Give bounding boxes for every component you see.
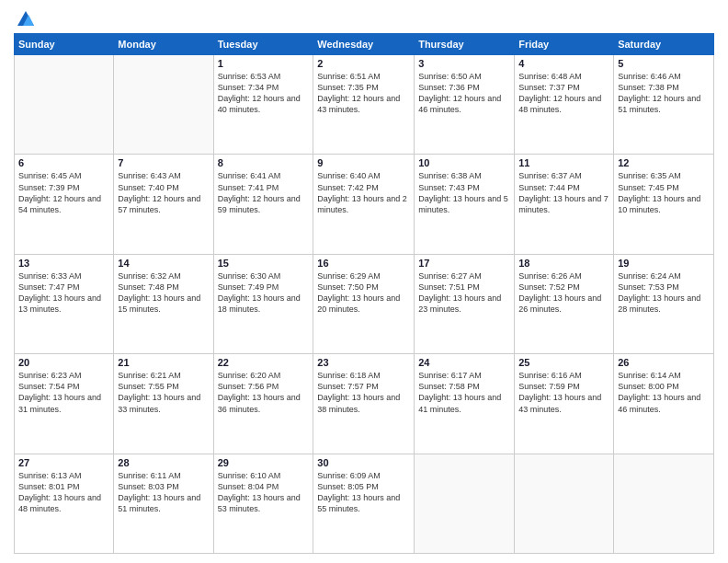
day-number: 14 (118, 258, 209, 269)
day-number: 22 (218, 357, 310, 368)
day-info: Sunrise: 6:37 AM Sunset: 7:44 PM Dayligh… (518, 170, 609, 215)
day-number: 4 (518, 58, 609, 69)
calendar-cell: 22Sunrise: 6:20 AM Sunset: 7:56 PM Dayli… (213, 354, 313, 454)
calendar-cell: 6Sunrise: 6:45 AM Sunset: 7:39 PM Daylig… (15, 155, 114, 254)
calendar-week-row: 20Sunrise: 6:23 AM Sunset: 7:54 PM Dayli… (15, 354, 714, 454)
calendar-day-header: Wednesday (313, 34, 415, 55)
day-info: Sunrise: 6:43 AM Sunset: 7:40 PM Dayligh… (118, 170, 209, 215)
calendar-cell: 5Sunrise: 6:46 AM Sunset: 7:38 PM Daylig… (614, 55, 714, 155)
day-number: 9 (317, 157, 410, 168)
day-number: 18 (518, 258, 609, 269)
calendar-cell: 21Sunrise: 6:21 AM Sunset: 7:55 PM Dayli… (114, 354, 213, 454)
calendar-cell: 27Sunrise: 6:13 AM Sunset: 8:01 PM Dayli… (15, 454, 114, 553)
calendar-week-row: 1Sunrise: 6:53 AM Sunset: 7:34 PM Daylig… (15, 55, 714, 155)
calendar-cell: 26Sunrise: 6:14 AM Sunset: 8:00 PM Dayli… (614, 354, 714, 454)
day-number: 25 (518, 357, 609, 368)
day-info: Sunrise: 6:13 AM Sunset: 8:01 PM Dayligh… (18, 470, 109, 515)
day-info: Sunrise: 6:14 AM Sunset: 8:00 PM Dayligh… (618, 370, 710, 415)
calendar-cell: 19Sunrise: 6:24 AM Sunset: 7:53 PM Dayli… (614, 254, 714, 353)
day-number: 27 (18, 457, 109, 468)
day-info: Sunrise: 6:45 AM Sunset: 7:39 PM Dayligh… (18, 170, 109, 215)
day-info: Sunrise: 6:38 AM Sunset: 7:43 PM Dayligh… (418, 170, 510, 215)
day-number: 8 (218, 157, 310, 168)
calendar-cell: 2Sunrise: 6:51 AM Sunset: 7:35 PM Daylig… (313, 55, 415, 155)
day-number: 6 (18, 157, 109, 168)
day-info: Sunrise: 6:18 AM Sunset: 7:57 PM Dayligh… (317, 370, 410, 415)
calendar-cell: 23Sunrise: 6:18 AM Sunset: 7:57 PM Dayli… (313, 354, 415, 454)
day-number: 7 (118, 157, 209, 168)
calendar-cell: 28Sunrise: 6:11 AM Sunset: 8:03 PM Dayli… (114, 454, 213, 553)
calendar-cell: 1Sunrise: 6:53 AM Sunset: 7:34 PM Daylig… (213, 55, 313, 155)
day-info: Sunrise: 6:33 AM Sunset: 7:47 PM Dayligh… (18, 270, 109, 316)
day-info: Sunrise: 6:50 AM Sunset: 7:36 PM Dayligh… (418, 71, 510, 116)
calendar-day-header: Monday (114, 34, 213, 55)
day-info: Sunrise: 6:24 AM Sunset: 7:53 PM Dayligh… (618, 270, 710, 316)
page: SundayMondayTuesdayWednesdayThursdayFrid… (0, 0, 728, 563)
day-number: 26 (618, 357, 710, 368)
day-info: Sunrise: 6:29 AM Sunset: 7:50 PM Dayligh… (317, 270, 410, 316)
calendar-cell: 16Sunrise: 6:29 AM Sunset: 7:50 PM Dayli… (313, 254, 415, 353)
day-info: Sunrise: 6:20 AM Sunset: 7:56 PM Dayligh… (218, 370, 310, 415)
day-info: Sunrise: 6:23 AM Sunset: 7:54 PM Dayligh… (18, 370, 109, 415)
calendar-cell (15, 55, 114, 155)
calendar-cell: 13Sunrise: 6:33 AM Sunset: 7:47 PM Dayli… (15, 254, 114, 353)
day-info: Sunrise: 6:32 AM Sunset: 7:48 PM Dayligh… (118, 270, 209, 316)
day-number: 13 (18, 258, 109, 269)
calendar-week-row: 27Sunrise: 6:13 AM Sunset: 8:01 PM Dayli… (15, 454, 714, 553)
day-number: 28 (118, 457, 209, 468)
day-number: 30 (317, 457, 410, 468)
day-info: Sunrise: 6:26 AM Sunset: 7:52 PM Dayligh… (518, 270, 609, 316)
day-number: 3 (418, 58, 510, 69)
day-number: 20 (18, 357, 109, 368)
calendar-table: SundayMondayTuesdayWednesdayThursdayFrid… (14, 33, 714, 554)
day-info: Sunrise: 6:21 AM Sunset: 7:55 PM Dayligh… (118, 370, 209, 415)
day-info: Sunrise: 6:17 AM Sunset: 7:58 PM Dayligh… (418, 370, 510, 415)
day-number: 19 (618, 258, 710, 269)
logo (14, 9, 36, 26)
calendar-cell: 18Sunrise: 6:26 AM Sunset: 7:52 PM Dayli… (515, 254, 614, 353)
calendar-cell: 3Sunrise: 6:50 AM Sunset: 7:36 PM Daylig… (415, 55, 515, 155)
calendar-cell: 11Sunrise: 6:37 AM Sunset: 7:44 PM Dayli… (515, 155, 614, 254)
day-info: Sunrise: 6:16 AM Sunset: 7:59 PM Dayligh… (518, 370, 609, 415)
day-info: Sunrise: 6:35 AM Sunset: 7:45 PM Dayligh… (618, 170, 710, 215)
day-info: Sunrise: 6:11 AM Sunset: 8:03 PM Dayligh… (118, 470, 209, 515)
calendar-cell: 8Sunrise: 6:41 AM Sunset: 7:41 PM Daylig… (213, 155, 313, 254)
day-number: 12 (618, 157, 710, 168)
day-info: Sunrise: 6:40 AM Sunset: 7:42 PM Dayligh… (317, 170, 410, 215)
day-info: Sunrise: 6:51 AM Sunset: 7:35 PM Dayligh… (317, 71, 410, 116)
day-info: Sunrise: 6:46 AM Sunset: 7:38 PM Dayligh… (618, 71, 710, 116)
day-info: Sunrise: 6:53 AM Sunset: 7:34 PM Dayligh… (218, 71, 310, 116)
calendar-cell: 25Sunrise: 6:16 AM Sunset: 7:59 PM Dayli… (515, 354, 614, 454)
day-number: 10 (418, 157, 510, 168)
day-number: 17 (418, 258, 510, 269)
logo-icon (16, 9, 36, 29)
day-number: 24 (418, 357, 510, 368)
calendar-cell: 9Sunrise: 6:40 AM Sunset: 7:42 PM Daylig… (313, 155, 415, 254)
calendar-cell (415, 454, 515, 553)
day-info: Sunrise: 6:09 AM Sunset: 8:05 PM Dayligh… (317, 470, 410, 515)
calendar-cell: 12Sunrise: 6:35 AM Sunset: 7:45 PM Dayli… (614, 155, 714, 254)
day-number: 16 (317, 258, 410, 269)
calendar-cell (614, 454, 714, 553)
day-number: 15 (218, 258, 310, 269)
calendar-cell: 24Sunrise: 6:17 AM Sunset: 7:58 PM Dayli… (415, 354, 515, 454)
day-info: Sunrise: 6:27 AM Sunset: 7:51 PM Dayligh… (418, 270, 510, 316)
header (14, 9, 714, 26)
day-info: Sunrise: 6:48 AM Sunset: 7:37 PM Dayligh… (518, 71, 609, 116)
calendar-day-header: Friday (515, 34, 614, 55)
day-number: 29 (218, 457, 310, 468)
day-number: 5 (618, 58, 710, 69)
day-info: Sunrise: 6:10 AM Sunset: 8:04 PM Dayligh… (218, 470, 310, 515)
calendar-week-row: 6Sunrise: 6:45 AM Sunset: 7:39 PM Daylig… (15, 155, 714, 254)
calendar-header-row: SundayMondayTuesdayWednesdayThursdayFrid… (15, 34, 714, 55)
calendar-cell: 14Sunrise: 6:32 AM Sunset: 7:48 PM Dayli… (114, 254, 213, 353)
calendar-day-header: Saturday (614, 34, 714, 55)
calendar-week-row: 13Sunrise: 6:33 AM Sunset: 7:47 PM Dayli… (15, 254, 714, 353)
calendar-cell (515, 454, 614, 553)
calendar-cell: 15Sunrise: 6:30 AM Sunset: 7:49 PM Dayli… (213, 254, 313, 353)
calendar-cell: 20Sunrise: 6:23 AM Sunset: 7:54 PM Dayli… (15, 354, 114, 454)
day-number: 2 (317, 58, 410, 69)
calendar-cell: 17Sunrise: 6:27 AM Sunset: 7:51 PM Dayli… (415, 254, 515, 353)
day-number: 23 (317, 357, 410, 368)
calendar-cell: 29Sunrise: 6:10 AM Sunset: 8:04 PM Dayli… (213, 454, 313, 553)
